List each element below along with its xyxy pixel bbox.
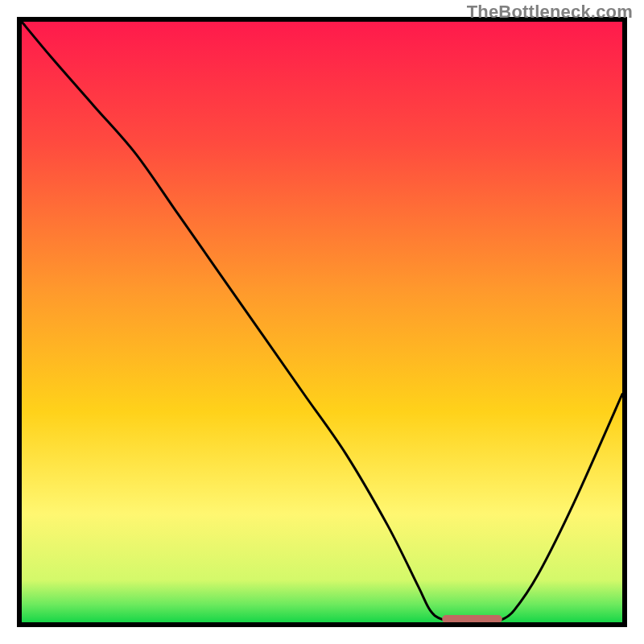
watermark-text: TheBottleneck.com: [467, 2, 633, 23]
gradient-background: [22, 22, 622, 622]
optimal-range-marker: [442, 615, 502, 623]
chart-container: TheBottleneck.com: [0, 0, 644, 644]
bottleneck-chart: [0, 0, 644, 644]
